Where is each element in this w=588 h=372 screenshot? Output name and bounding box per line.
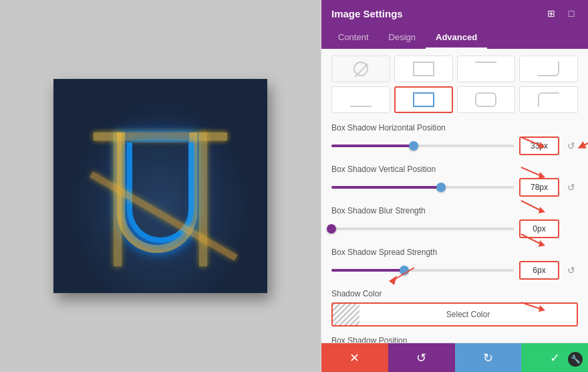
- settings-content: Box Shadow Horizontal Position ↺ Box Sha…: [321, 49, 588, 343]
- grid-icon[interactable]: ⊞: [545, 7, 558, 20]
- horizontal-position-label: Box Shadow Horizontal Position: [331, 123, 578, 132]
- spread-strength-track[interactable]: [331, 269, 514, 272]
- spread-strength-slider-row: ↺: [331, 261, 578, 280]
- color-picker-label: Select Color: [359, 304, 577, 324]
- vertical-position-slider-row: ↺: [331, 178, 578, 197]
- border-style-full[interactable]: [394, 56, 453, 82]
- border-style-selected[interactable]: [394, 86, 453, 113]
- left-panel: [0, 0, 321, 372]
- tabs-bar: Content Design Advanced: [321, 27, 588, 49]
- corner-tool[interactable]: 🔧: [568, 352, 583, 367]
- vertical-position-label: Box Shadow Vertical Position: [331, 165, 578, 174]
- border-style-rounded[interactable]: [457, 86, 516, 113]
- svg-line-0: [581, 140, 588, 147]
- spread-strength-fill: [331, 269, 404, 272]
- vertical-position-row: Box Shadow Vertical Position ↺: [331, 165, 578, 197]
- horizontal-arrow: [578, 136, 588, 150]
- border-styles-grid: [331, 56, 578, 113]
- redo-button[interactable]: ↻: [455, 343, 522, 372]
- horizontal-position-track[interactable]: [331, 145, 514, 147]
- expand-icon[interactable]: □: [565, 7, 578, 20]
- shadow-color-row: Shadow Color Select Color: [331, 289, 578, 327]
- reset-button[interactable]: ↺: [388, 343, 455, 372]
- full-border-icon: [413, 62, 434, 76]
- border-style-top[interactable]: [457, 56, 516, 82]
- vertical-position-input[interactable]: [519, 178, 559, 197]
- color-picker[interactable]: Select Color: [331, 302, 578, 327]
- bottom-toolbar: ✕ ↺ ↻ ✓: [321, 343, 588, 372]
- corner-border-icon: [538, 62, 559, 76]
- blur-strength-row: Box Shadow Blur Strength: [331, 206, 578, 238]
- shadow-position-label: Box Shadow Position: [331, 336, 578, 343]
- settings-header: Image Settings ⊞ □: [321, 0, 588, 27]
- blur-strength-slider-row: [331, 219, 578, 238]
- tab-advanced[interactable]: Advanced: [426, 27, 487, 49]
- blur-strength-thumb[interactable]: [327, 224, 336, 234]
- top-border-icon: [475, 62, 496, 76]
- border-style-bottom-right[interactable]: [519, 56, 578, 82]
- vertical-position-thumb[interactable]: [436, 183, 446, 192]
- horizontal-position-reset[interactable]: ↺: [565, 139, 578, 153]
- spread-strength-label: Box Shadow Spread Strength: [331, 248, 578, 257]
- horizontal-position-input[interactable]: [519, 136, 559, 155]
- shadow-color-label: Shadow Color: [331, 289, 578, 298]
- settings-title: Image Settings: [331, 8, 403, 19]
- horizontal-position-slider-row: ↺: [331, 136, 578, 155]
- spread-strength-row: Box Shadow Spread Strength ↺: [331, 248, 578, 280]
- rounded-border-icon: [475, 92, 496, 107]
- header-icons: ⊞ □: [545, 7, 578, 20]
- vertical-position-reset[interactable]: ↺: [565, 181, 578, 194]
- blur-strength-label: Box Shadow Blur Strength: [331, 206, 578, 215]
- horizontal-position-thumb[interactable]: [409, 141, 418, 151]
- tab-content[interactable]: Content: [328, 27, 379, 49]
- border-style-corner-tl[interactable]: [519, 86, 578, 113]
- cancel-button[interactable]: ✕: [321, 343, 388, 372]
- blur-strength-input[interactable]: [519, 219, 559, 238]
- tab-design[interactable]: Design: [379, 27, 426, 49]
- spread-strength-input[interactable]: [519, 261, 559, 280]
- no-border-icon: [353, 62, 368, 76]
- shadow-position-row: Box Shadow Position Outer Shadow ▼: [331, 336, 578, 343]
- border-style-none[interactable]: [331, 56, 390, 82]
- horizontal-position-row: Box Shadow Horizontal Position ↺: [331, 123, 578, 155]
- corner-tl-icon: [538, 92, 559, 107]
- blur-strength-track[interactable]: [331, 227, 514, 230]
- aerial-photo: [53, 79, 267, 293]
- vertical-position-fill: [331, 186, 441, 189]
- spread-strength-thumb[interactable]: [400, 266, 409, 275]
- color-swatch: [333, 304, 359, 325]
- vertical-position-track[interactable]: [331, 186, 514, 189]
- image-preview: [53, 79, 267, 293]
- wrench-icon: 🔧: [571, 355, 581, 364]
- settings-panel: Image Settings ⊞ □ Content Design Advanc…: [321, 0, 588, 372]
- bottom-border-icon: [350, 92, 372, 107]
- selected-border-icon: [413, 92, 434, 107]
- horizontal-position-fill: [331, 145, 414, 147]
- spread-strength-reset[interactable]: ↺: [565, 264, 578, 277]
- border-style-bottom[interactable]: [331, 86, 390, 113]
